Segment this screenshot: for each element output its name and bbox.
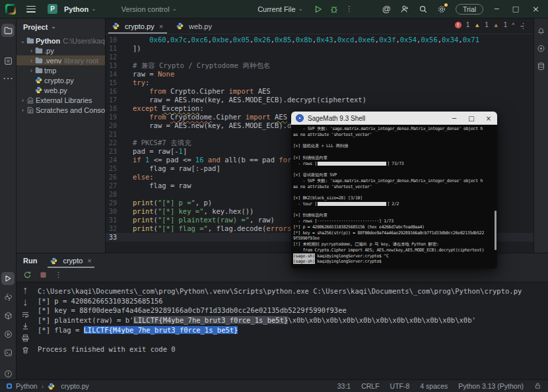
sage-minimize-button[interactable]: ─ <box>446 112 463 125</box>
run-panel-title: Run <box>17 257 45 265</box>
error-icon: ! <box>455 22 462 28</box>
line-number: 12 <box>106 53 117 61</box>
trial-badge[interactable]: Trial <box>456 4 483 15</box>
run-console[interactable]: C:\Users\kaqi\Documents\_com\prog\Python… <box>38 284 548 379</box>
sage-console-line: [+] 尝试最短向量 SVP <box>293 172 497 178</box>
tree-item--venv[interactable]: ›.venvlibrary root <box>17 55 105 65</box>
line-number: 29 <box>106 199 117 207</box>
services-icon[interactable] <box>1 327 15 341</box>
python-packages-icon[interactable] <box>1 309 15 322</box>
prev-problem-icon[interactable]: ^ <box>512 22 514 28</box>
chevron-down-icon[interactable]: ⌄ <box>51 23 56 30</box>
sage-maximize-button[interactable]: □ <box>463 112 480 125</box>
search-everywhere-icon[interactable] <box>419 5 428 14</box>
status-project[interactable]: Python <box>16 382 38 390</box>
window-minimize-button[interactable]: ─ <box>493 5 501 13</box>
code-line-15: 15try: <box>106 79 533 87</box>
ai-assistant-icon[interactable] <box>535 42 548 55</box>
python-console-icon[interactable] <box>1 290 15 304</box>
cicd-at-icon[interactable]: @ <box>382 4 391 14</box>
close-tab-icon[interactable]: × <box>87 257 91 265</box>
problems-icon[interactable] <box>1 367 15 380</box>
sagemath-shell-window[interactable]: SageMath 9.3 Shell ─ □ × - SVP 失败: 'sage… <box>291 112 497 269</box>
run-more-options-icon[interactable]: ⋮ <box>55 271 62 279</box>
project-folder-icon[interactable] <box>1 24 15 37</box>
tree-item-label: Scratches and Consoles <box>36 106 106 114</box>
vcs-widget[interactable]: Version control ⌄ <box>118 2 181 16</box>
tree-item-external-libraries[interactable]: ›External Libraries <box>17 95 105 105</box>
scroll-to-end-icon[interactable] <box>20 321 30 331</box>
tree-item-crypto-py[interactable]: crypto.py <box>17 75 105 85</box>
window-close-button[interactable]: × <box>530 4 541 14</box>
rerun-button[interactable] <box>23 271 32 279</box>
clear-console-icon[interactable] <box>20 345 30 354</box>
run-button[interactable] <box>314 5 323 14</box>
chevron-icon[interactable]: › <box>19 97 26 104</box>
sage-title-bar[interactable]: SageMath 9.3 Shell ─ □ × <box>291 112 497 125</box>
terminal-icon[interactable] <box>1 346 15 359</box>
soft-wrap-icon[interactable] <box>20 310 30 319</box>
chevron-icon[interactable]: › <box>28 57 35 64</box>
tree-item-tmp[interactable]: ›tmp <box>17 65 105 75</box>
read-lock-icon[interactable] <box>534 382 541 391</box>
run-configuration-selector[interactable]: Current File ⌄ <box>254 2 307 16</box>
code-line-11: 11]) <box>106 44 533 53</box>
tree-item-label: crypto.py <box>44 77 74 84</box>
scroll-up-icon[interactable]: ↑ <box>20 286 30 295</box>
code-line-13: 13# 兼容 Crypto / Cryptodome 两种包名 <box>106 61 533 70</box>
chevron-icon[interactable]: › <box>28 67 35 74</box>
code-line-12: 12 <box>106 53 533 61</box>
status-file[interactable]: crypto.py <box>61 382 89 390</box>
project-widget[interactable]: P Python ⌄ <box>44 2 100 16</box>
window-maximize-button[interactable]: □ <box>510 5 521 13</box>
commit-icon[interactable] <box>1 54 15 67</box>
status-line-separator[interactable]: CRLF <box>361 382 379 390</box>
tree-item-web-py[interactable]: web.py <box>17 85 105 95</box>
sage-close-button[interactable]: × <box>480 112 497 125</box>
database-icon[interactable] <box>535 59 548 73</box>
chevron-icon[interactable]: › <box>19 107 26 114</box>
more-run-actions-icon[interactable]: ⋮ <box>345 5 353 13</box>
line-number: 30 <box>106 207 117 216</box>
notifications-bell-icon[interactable] <box>535 24 548 37</box>
run-tool-window-icon[interactable] <box>1 272 15 285</box>
inspections-widget[interactable]: ! 1 ▲ 1 ▲ 1 ^ ⌄ <box>455 21 524 28</box>
chevron-icon[interactable]: › <box>28 48 35 54</box>
tree-item-label: External Libraries <box>36 96 92 104</box>
tree-item-suffix: library root <box>64 57 98 65</box>
line-number: 22 <box>106 139 117 147</box>
stop-button[interactable] <box>40 271 47 278</box>
chevron-icon[interactable]: ⌄ <box>19 38 26 44</box>
sage-console-line: - SVP 失败: 'sage.matrix.matrix_integer_de… <box>293 126 497 132</box>
status-encoding[interactable]: UTF-8 <box>390 382 410 390</box>
tree-item--py[interactable]: ›.py <box>17 46 105 55</box>
tab-web-py[interactable]: web.py <box>170 18 219 34</box>
run-config-label: Current File <box>257 5 295 13</box>
next-problem-icon[interactable]: ⌄ <box>519 22 524 28</box>
scroll-down-icon[interactable]: ↓ <box>20 298 30 307</box>
console-line: [*] flag = LILCTF{M4ybe_7he_brut3_f0rce_… <box>38 325 548 335</box>
status-indent[interactable]: 4 spaces <box>420 382 448 390</box>
sage-console-line <box>293 149 497 155</box>
more-tool-windows-icon[interactable]: ⋯ <box>1 71 15 84</box>
print-icon[interactable] <box>20 333 30 343</box>
debug-bug-button[interactable] <box>329 5 339 14</box>
code-with-me-icon[interactable] <box>400 5 409 14</box>
settings-gear-icon[interactable] <box>437 5 446 14</box>
chevron-down-icon: ⌄ <box>91 5 96 12</box>
line-number: 26 <box>106 173 117 181</box>
close-tab-icon[interactable]: × <box>159 22 163 30</box>
tree-item-python[interactable]: ⌄PythonC:\Users\kaqi\Docume <box>17 36 105 46</box>
run-tool-window: Run crypto × ⋮ ↑ ↓ <box>17 253 548 379</box>
project-status-icon <box>7 383 12 389</box>
code-line-10: 10 0x60,0x7c,0xc6,0xbe,0x05,0x26,0x85,0x… <box>106 36 533 44</box>
status-interpreter[interactable]: Python 3.13 (Python) <box>458 382 524 390</box>
sage-scrollbar-thumb[interactable] <box>495 211 497 250</box>
tab-crypto-py[interactable]: crypto.py × <box>106 18 170 34</box>
main-menu-icon[interactable] <box>26 6 36 13</box>
run-tab-crypto[interactable]: crypto × <box>45 253 96 268</box>
tab-label: web.py <box>189 22 212 30</box>
tree-item-scratches-and-consoles[interactable]: ›Scratches and Consoles <box>17 105 105 115</box>
sage-console[interactable]: - SVP 失败: 'sage.matrix.matrix_integer_de… <box>291 125 497 269</box>
status-line-col[interactable]: 33:1 <box>337 382 351 390</box>
